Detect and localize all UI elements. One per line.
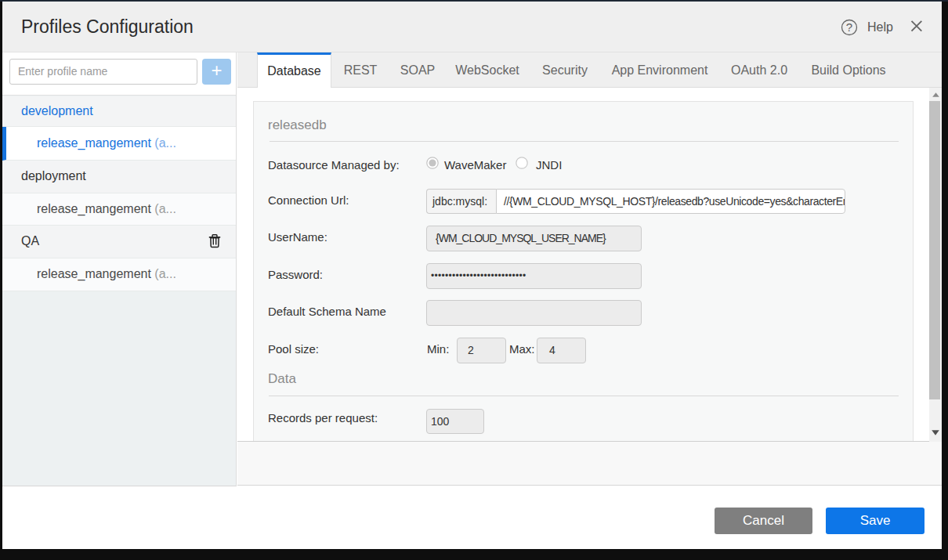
svg-text:?: ?	[846, 20, 852, 34]
